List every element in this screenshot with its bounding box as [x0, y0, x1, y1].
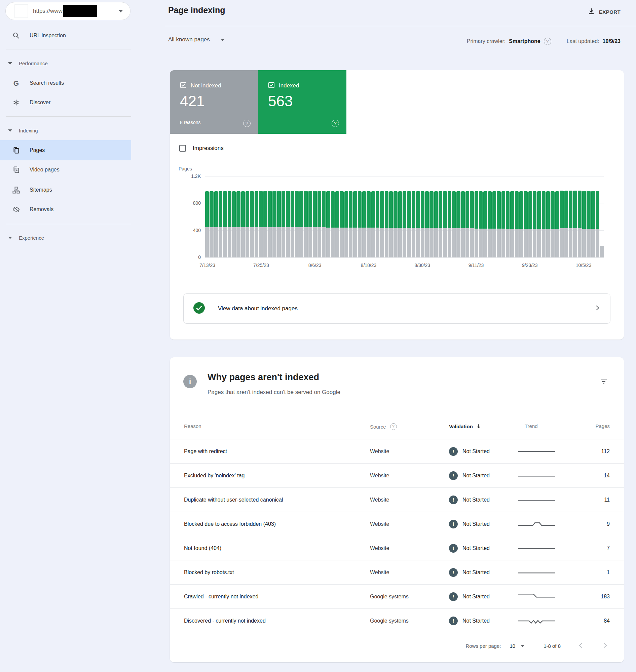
chart-bar[interactable]: [223, 177, 227, 258]
chart-bar[interactable]: [210, 177, 213, 258]
chart-bar[interactable]: [349, 177, 353, 258]
chart-bar[interactable]: [291, 177, 294, 258]
chart-bar[interactable]: [281, 177, 285, 258]
sidebar-item-video-pages[interactable]: Video pages: [0, 161, 131, 179]
chart-bar[interactable]: [335, 177, 339, 258]
sidebar-item-discover[interactable]: Discover: [0, 94, 131, 111]
rows-per-page-value[interactable]: 10: [510, 643, 515, 649]
chart-bar[interactable]: [533, 177, 536, 258]
chart-bar[interactable]: [277, 177, 281, 258]
chart-bar[interactable]: [371, 177, 375, 258]
sidebar-section-indexing[interactable]: Indexing: [0, 124, 131, 137]
table-row[interactable]: Blocked by robots.txtWebsite!Not Started…: [170, 561, 624, 585]
chart-bar[interactable]: [569, 177, 572, 258]
table-row[interactable]: Discovered - currently not indexedGoogle…: [170, 609, 624, 633]
chart-bar[interactable]: [425, 177, 429, 258]
chart-bar[interactable]: [214, 177, 218, 258]
chart-bar[interactable]: [245, 177, 249, 258]
chart-bar[interactable]: [587, 177, 590, 258]
table-row[interactable]: Duplicate without user-selected canonica…: [170, 488, 624, 512]
chart-bar[interactable]: [578, 177, 581, 258]
chart-bar[interactable]: [421, 177, 424, 258]
help-icon[interactable]: ?: [544, 38, 551, 45]
chart-bar[interactable]: [434, 177, 438, 258]
chart-bar[interactable]: [309, 177, 312, 258]
chart-bar[interactable]: [385, 177, 389, 258]
checkbox-checked-icon[interactable]: [268, 82, 275, 90]
checkbox-unchecked-icon[interactable]: [179, 145, 186, 151]
chart-bar[interactable]: [362, 177, 366, 258]
chart-bar[interactable]: [353, 177, 357, 258]
chart-bar[interactable]: [448, 177, 451, 258]
sidebar-section-performance[interactable]: Performance: [0, 57, 131, 69]
chart-bar[interactable]: [358, 177, 361, 258]
chart-bar[interactable]: [205, 177, 209, 258]
chart-bar[interactable]: [551, 177, 554, 258]
chart-bar[interactable]: [255, 177, 258, 258]
sidebar-item-pages[interactable]: Pages: [0, 140, 131, 160]
scope-dropdown[interactable]: All known pages: [168, 36, 225, 43]
chart-bar[interactable]: [376, 177, 379, 258]
chart-bar[interactable]: [546, 177, 550, 258]
table-row[interactable]: Page with redirectWebsite!Not Started112: [170, 440, 624, 464]
table-row[interactable]: Not found (404)Website!Not Started7: [170, 536, 624, 561]
chart-bar[interactable]: [318, 177, 321, 258]
chart-bar[interactable]: [506, 177, 510, 258]
export-button[interactable]: EXPORT: [588, 7, 620, 16]
chart-bar[interactable]: [555, 177, 559, 258]
chart-bar[interactable]: [501, 177, 505, 258]
chart-bar[interactable]: [600, 177, 604, 258]
chart-bar[interactable]: [564, 177, 568, 258]
chart-bar[interactable]: [465, 177, 469, 258]
chart-bar[interactable]: [510, 177, 514, 258]
chart-bar[interactable]: [236, 177, 240, 258]
help-icon[interactable]: ?: [332, 120, 339, 127]
chart-bar[interactable]: [331, 177, 335, 258]
not-indexed-card[interactable]: Not indexed 421 8 reasons ?: [170, 70, 258, 134]
chart-bar[interactable]: [560, 177, 563, 258]
chart-bar[interactable]: [515, 177, 519, 258]
chart-bar[interactable]: [366, 177, 370, 258]
chart-bar[interactable]: [259, 177, 263, 258]
chart-bar[interactable]: [416, 177, 420, 258]
chart-bar[interactable]: [403, 177, 406, 258]
chart-bar[interactable]: [497, 177, 500, 258]
chart-bar[interactable]: [443, 177, 446, 258]
chart-bar[interactable]: [582, 177, 586, 258]
chart-bar[interactable]: [295, 177, 299, 258]
chart-bar[interactable]: [407, 177, 411, 258]
chart-bar[interactable]: [273, 177, 276, 258]
view-indexed-data-row[interactable]: View data about indexed pages: [183, 293, 611, 324]
chart-bar[interactable]: [488, 177, 492, 258]
chart-bar[interactable]: [344, 177, 348, 258]
chart-bar[interactable]: [430, 177, 433, 258]
chart-bar[interactable]: [573, 177, 577, 258]
chart-bar[interactable]: [479, 177, 483, 258]
chart-bar[interactable]: [470, 177, 474, 258]
col-header-validation[interactable]: Validation: [449, 423, 482, 429]
indexed-card[interactable]: Indexed 563 ?: [258, 70, 346, 134]
chart-bar[interactable]: [519, 177, 523, 258]
help-icon[interactable]: ?: [390, 423, 397, 430]
chart-bar[interactable]: [398, 177, 402, 258]
chart-bar[interactable]: [452, 177, 456, 258]
previous-page-button[interactable]: [577, 642, 585, 651]
chart-bar[interactable]: [475, 177, 478, 258]
chart-bar[interactable]: [326, 177, 330, 258]
sidebar-item-sitemaps[interactable]: Sitemaps: [0, 181, 131, 199]
help-icon[interactable]: ?: [243, 120, 251, 127]
chart-bar[interactable]: [304, 177, 308, 258]
checkbox-checked-icon[interactable]: [180, 82, 187, 90]
sidebar-item-search-results[interactable]: G Search results: [0, 74, 131, 92]
chart-bar[interactable]: [439, 177, 442, 258]
filter-icon[interactable]: [600, 378, 608, 387]
chart-bar[interactable]: [456, 177, 460, 258]
chart-bar[interactable]: [394, 177, 397, 258]
sidebar-section-experience[interactable]: Experience: [0, 231, 131, 244]
chart-bar[interactable]: [524, 177, 528, 258]
impressions-toggle[interactable]: Impressions: [179, 145, 224, 151]
chart-bar[interactable]: [322, 177, 325, 258]
table-row[interactable]: Excluded by 'noindex' tagWebsite!Not Sta…: [170, 464, 624, 488]
next-page-button[interactable]: [601, 642, 609, 651]
chart-bar[interactable]: [537, 177, 541, 258]
